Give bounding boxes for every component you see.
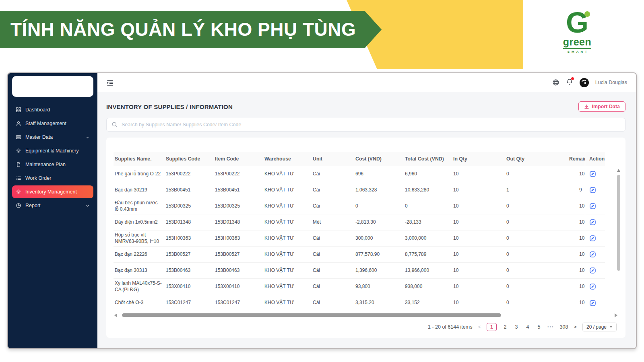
cell-in-qty: 10 (452, 166, 505, 182)
edit-icon[interactable] (589, 187, 596, 193)
inventory-icon (16, 189, 21, 195)
cell-remaining: 10 (568, 263, 585, 279)
cell-warehouse: KHO VẬT TƯ (263, 166, 312, 182)
edit-icon[interactable] (589, 235, 596, 242)
cell-supplies-code: 153B00463 (165, 263, 214, 279)
horizontal-scrollbar-thumb[interactable] (122, 313, 501, 317)
sidebar-item-equipment-machinery[interactable]: Equipment & Machinery (12, 144, 93, 157)
cell-in-qty: 10 (452, 247, 505, 263)
pagination: 1 - 20 of 6144 items < 1 2 3 4 5 ••• 308… (115, 323, 617, 331)
cell-total-cost: 3,000,000 (404, 230, 452, 247)
cell-cost: 1,396,600 (354, 263, 404, 279)
pagination-page-last[interactable]: 308 (560, 324, 568, 330)
user-name[interactable]: Lucia Douglas (595, 80, 627, 85)
scroll-left-arrow-icon[interactable] (114, 313, 117, 317)
cell-total-cost: 33,152 (404, 295, 452, 311)
cell-supplies-code: 153D00325 (165, 198, 214, 214)
sidebar-item-label: Equipment & Machinery (25, 148, 79, 154)
cell-supplies-name: Phe gài lỗ trong O-22 (114, 166, 165, 182)
cell-warehouse: KHO VẬT TƯ (263, 230, 312, 247)
pagination-page-5[interactable]: 5 (536, 324, 542, 330)
globe-icon[interactable] (552, 79, 559, 86)
pagination-next[interactable]: > (574, 324, 577, 330)
cell-total-cost: 13,966,000 (404, 263, 452, 279)
sidebar-item-label: Master Data (25, 134, 53, 140)
topbar-right: Lucia Douglas (552, 78, 627, 87)
notification-badge (571, 77, 574, 80)
cell-warehouse: KHO VẬT TƯ (263, 263, 312, 279)
menu-unfold-icon[interactable] (106, 79, 114, 86)
chevron-down-icon (85, 204, 90, 208)
edit-icon[interactable] (589, 267, 596, 274)
cell-remaining: 10 (568, 279, 585, 295)
pagination-page-1[interactable]: 1 (487, 323, 497, 331)
cell-item-code: 153P00222 (214, 166, 263, 182)
cell-out-qty: 0 (505, 166, 568, 182)
col-header-warehouse: Warehouse (263, 152, 312, 166)
edit-icon[interactable] (589, 251, 596, 258)
edit-icon[interactable] (589, 219, 596, 226)
cell-unit: Cái (312, 166, 354, 182)
col-header-cost: Cost (VND) (354, 152, 404, 166)
vertical-scrollbar-thumb[interactable] (617, 175, 620, 271)
sidebar: Dashboard Staff Management Master Data E… (8, 73, 97, 348)
cell-out-qty: 0 (505, 214, 568, 230)
cell-supplies-code: 153B00451 (165, 182, 214, 198)
cell-supplies-name: Chốt chẻ O-3 (114, 295, 165, 311)
cell-item-code: 153X00410 (214, 279, 263, 295)
sidebar-item-label: Report (25, 203, 41, 208)
pagination-page-2[interactable]: 2 (502, 324, 508, 330)
search-input[interactable] (122, 122, 620, 128)
sidebar-item-inventory-management[interactable]: Inventory Management (12, 185, 93, 198)
cell-out-qty: 0 (505, 263, 568, 279)
edit-icon[interactable] (589, 283, 596, 290)
notifications-bell[interactable] (566, 78, 573, 87)
pagination-page-4[interactable]: 4 (525, 324, 530, 330)
cell-cost: 877,578.90 (354, 247, 404, 263)
cell-supplies-code: 153B00527 (165, 247, 214, 263)
sidebar-item-report[interactable]: Report (12, 199, 93, 212)
edit-icon[interactable] (589, 171, 596, 177)
cell-remaining: 10 (568, 214, 585, 230)
maintenance-plan-icon (16, 162, 21, 167)
cell-in-qty: 10 (452, 214, 505, 230)
edit-icon[interactable] (589, 203, 596, 210)
cell-supplies-name: Hộp số trục vít NMRV63-90B5, i=10 (114, 230, 165, 247)
page-size-select[interactable]: 20 / page (582, 323, 617, 331)
chevron-down-icon (609, 326, 613, 328)
cell-action (585, 263, 605, 279)
pagination-page-3[interactable]: 3 (514, 324, 519, 330)
logo-subtext: SMART (558, 50, 597, 53)
cell-action (585, 214, 605, 230)
work-order-icon (16, 175, 21, 181)
cell-cost: 3,315.20 (354, 295, 404, 311)
sidebar-item-work-order[interactable]: Work Order (12, 172, 93, 185)
cell-remaining: 10 (568, 247, 585, 263)
pagination-ellipsis[interactable]: ••• (547, 325, 554, 329)
table-body: Phe gài lỗ trong O-22 153P00222 153P0022… (114, 166, 618, 311)
pagination-summary: 1 - 20 of 6144 items (428, 324, 472, 330)
edit-icon[interactable] (589, 300, 596, 306)
cell-supplies-name: Xy lanh MAL40x75-S-CA (PLĐG) (114, 279, 165, 295)
sidebar-item-dashboard[interactable]: Dashboard (12, 103, 93, 116)
greensmart-logo: G green SMART (558, 8, 597, 53)
sidebar-item-staff-management[interactable]: Staff Management (12, 117, 93, 130)
cell-unit: Cái (312, 279, 354, 295)
sidebar-item-master-data[interactable]: Master Data (12, 131, 93, 144)
sidebar-item-maintenance-plan[interactable]: Maintenance Plan (12, 158, 93, 171)
import-data-button[interactable]: Import Data (578, 101, 625, 112)
scroll-up-arrow-icon[interactable] (617, 169, 620, 172)
cell-supplies-code: 153H00363 (165, 230, 214, 247)
cell-unit: Mét (312, 214, 354, 230)
import-button-label: Import Data (592, 104, 620, 109)
pagination-prev[interactable]: < (478, 324, 481, 330)
horizontal-scrollbar-track[interactable] (120, 313, 612, 317)
col-header-in-qty: In Qty (452, 152, 505, 166)
avatar[interactable] (580, 78, 589, 87)
chevron-down-icon (85, 135, 90, 140)
cell-out-qty: 0 (505, 198, 568, 214)
cell-warehouse: KHO VẬT TƯ (263, 214, 312, 230)
scroll-right-arrow-icon[interactable] (615, 313, 617, 317)
table-row: Bạc đạn 22226 153B00527 153B00527 KHO VẬ… (114, 247, 618, 263)
col-header-supplies-name: Supplies Name. (114, 152, 165, 166)
